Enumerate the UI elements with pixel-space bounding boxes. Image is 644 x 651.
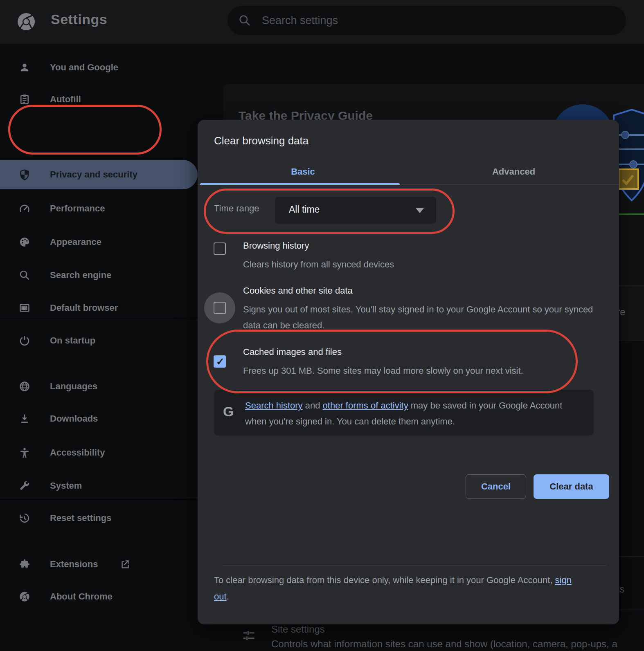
dialog-title: Clear browsing data bbox=[214, 135, 308, 147]
row-title: Cookies and other site data bbox=[243, 285, 353, 296]
site-settings-subtitle: Controls what information sites can use … bbox=[271, 638, 644, 650]
browsing-history-checkbox[interactable] bbox=[214, 242, 226, 255]
sidebar-item-privacy-and-security[interactable]: Privacy and security bbox=[0, 160, 198, 189]
dialog-footer-divider bbox=[222, 565, 606, 566]
sidebar-item-extensions[interactable]: Extensions bbox=[0, 550, 198, 579]
other-forms-of-activity-link[interactable]: other forms of activity bbox=[323, 400, 408, 411]
row-subtitle: Clears history from all synced devices bbox=[243, 256, 394, 272]
row-subtitle: Signs you out of most sites. You'll stay… bbox=[243, 301, 599, 333]
puzzle-icon bbox=[19, 559, 30, 570]
sidebar-item-accessibility[interactable]: Accessibility bbox=[0, 438, 198, 467]
download-icon bbox=[19, 413, 30, 424]
sidebar-item-appearance[interactable]: Appearance bbox=[0, 227, 198, 257]
google-account-notice: G Search history and other forms of acti… bbox=[214, 390, 594, 435]
cookies-checkbox[interactable] bbox=[214, 302, 226, 314]
chevron-down-icon bbox=[416, 208, 424, 213]
chrome-logo-icon bbox=[16, 12, 36, 31]
row-subtitle: Frees up 301 MB. Some sites may load mor… bbox=[243, 363, 523, 379]
cancel-button[interactable]: Cancel bbox=[466, 474, 526, 499]
sidebar-divider bbox=[0, 498, 198, 498]
search-bar[interactable] bbox=[227, 6, 626, 35]
browser-icon bbox=[19, 302, 30, 314]
speedometer-icon bbox=[19, 203, 30, 214]
accessibility-icon bbox=[19, 447, 30, 458]
time-range-label: Time range bbox=[214, 203, 259, 214]
wrench-icon bbox=[19, 480, 30, 492]
sidebar-item-default-browser[interactable]: Default browser bbox=[0, 293, 198, 323]
site-settings-title: Site settings bbox=[271, 624, 325, 635]
sidebar-item-search-engine[interactable]: Search engine bbox=[0, 260, 198, 290]
sidebar-item-downloads[interactable]: Downloads bbox=[0, 404, 198, 433]
search-icon bbox=[19, 269, 30, 281]
dialog-tabs: Basic Advanced bbox=[198, 159, 619, 185]
search-history-link[interactable]: Search history bbox=[245, 400, 303, 411]
sidebar-divider bbox=[0, 320, 198, 320]
time-range-select[interactable]: All time bbox=[275, 197, 436, 224]
clear-data-button[interactable]: Clear data bbox=[534, 474, 609, 499]
sidebar-item-languages[interactable]: Languages bbox=[0, 372, 198, 401]
tune-icon bbox=[241, 629, 256, 643]
active-tab-indicator bbox=[200, 183, 400, 185]
time-range-value: All time bbox=[289, 204, 320, 215]
autofill-icon bbox=[19, 94, 30, 105]
palette-icon bbox=[19, 236, 30, 248]
tab-advanced[interactable]: Advanced bbox=[408, 159, 619, 185]
sidebar-item-system[interactable]: System bbox=[0, 471, 198, 501]
sidebar: You and Google Autofill Privacy and secu… bbox=[0, 44, 198, 651]
cached-images-checkbox[interactable] bbox=[214, 355, 226, 368]
page-title: Settings bbox=[51, 11, 107, 27]
search-icon bbox=[238, 14, 251, 27]
sidebar-item-about-chrome[interactable]: About Chrome bbox=[0, 582, 198, 611]
dialog-footer-text: To clear browsing data from this device … bbox=[214, 572, 574, 605]
history-icon bbox=[19, 512, 30, 524]
sidebar-item-you-and-google[interactable]: You and Google bbox=[0, 53, 198, 82]
tab-basic[interactable]: Basic bbox=[198, 159, 408, 185]
notice-text: Search history and other forms of activi… bbox=[245, 397, 576, 429]
sidebar-item-reset-settings[interactable]: Reset settings bbox=[0, 503, 198, 533]
clear-browsing-data-dialog: Clear browsing data Basic Advanced Time … bbox=[198, 120, 619, 624]
chrome-settings-page: Take the Privacy Guide nore gs Site sett… bbox=[0, 0, 644, 651]
power-icon bbox=[19, 335, 30, 346]
shield-icon bbox=[19, 169, 30, 180]
sidebar-item-autofill[interactable]: Autofill bbox=[0, 85, 198, 114]
illustration-green-line bbox=[618, 213, 644, 215]
sidebar-item-performance[interactable]: Performance bbox=[0, 194, 198, 223]
search-input[interactable] bbox=[262, 6, 606, 35]
google-g-icon: G bbox=[223, 404, 234, 420]
sidebar-item-on-startup[interactable]: On startup bbox=[0, 326, 198, 355]
row-title: Cached images and files bbox=[243, 347, 342, 357]
header: Settings bbox=[0, 0, 644, 44]
row-title: Browsing history bbox=[243, 240, 309, 251]
globe-icon bbox=[19, 381, 30, 392]
person-icon bbox=[19, 62, 30, 73]
open-in-new-icon bbox=[119, 559, 130, 570]
chrome-icon bbox=[19, 591, 30, 602]
